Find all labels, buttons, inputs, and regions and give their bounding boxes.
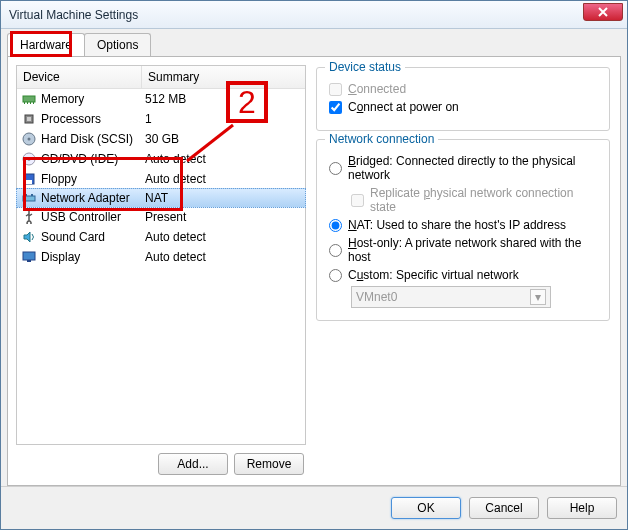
device-name: Hard Disk (SCSI)	[41, 132, 141, 146]
device-summary: Present	[141, 210, 305, 224]
device-list-header: Device Summary	[17, 66, 305, 89]
nat-label: NAT: Used to share the host's IP address	[348, 218, 566, 232]
device-row[interactable]: Network AdapterNAT	[16, 188, 306, 208]
device-row[interactable]: Hard Disk (SCSI)30 GB	[17, 129, 305, 149]
network-connection-title: Network connection	[325, 132, 438, 146]
svg-rect-6	[27, 117, 31, 121]
connect-power-on-label: Connect at power on	[348, 100, 459, 114]
cpu-icon	[21, 112, 37, 126]
bridged-label: Bridged: Connected directly to the physi…	[348, 154, 597, 182]
device-list: Device Summary Memory512 MBProcessors1Ha…	[16, 65, 306, 445]
device-name: Sound Card	[41, 230, 141, 244]
svg-rect-2	[27, 102, 28, 104]
device-row[interactable]: CD/DVD (IDE)Auto detect	[17, 149, 305, 169]
device-summary: 1	[141, 112, 305, 126]
device-row[interactable]: FloppyAuto detect	[17, 169, 305, 189]
dialog-footer: OK Cancel Help	[1, 486, 627, 529]
remove-button[interactable]: Remove	[234, 453, 304, 475]
cd-icon	[21, 152, 37, 166]
replicate-label: Replicate physical network connection st…	[370, 186, 597, 214]
device-name: Processors	[41, 112, 141, 126]
connected-checkbox	[329, 83, 342, 96]
device-summary: Auto detect	[141, 172, 305, 186]
svg-rect-0	[23, 96, 35, 102]
device-name: CD/DVD (IDE)	[41, 152, 141, 166]
help-button[interactable]: Help	[547, 497, 617, 519]
column-header-device[interactable]: Device	[17, 66, 142, 88]
ok-button[interactable]: OK	[391, 497, 461, 519]
svg-rect-3	[30, 102, 31, 104]
cancel-button[interactable]: Cancel	[469, 497, 539, 519]
device-list-buttons: Add... Remove	[16, 445, 306, 477]
svg-rect-15	[31, 194, 33, 196]
host-only-radio[interactable]	[329, 244, 342, 257]
svg-rect-17	[27, 260, 31, 262]
custom-label: Custom: Specific virtual network	[348, 268, 519, 282]
device-status-group: Device status Connected Connect at power…	[316, 67, 610, 131]
device-summary: Auto detect	[141, 250, 305, 264]
custom-network-select: VMnet0 ▾	[351, 286, 551, 308]
svg-rect-14	[25, 194, 27, 196]
svg-rect-4	[33, 102, 34, 104]
device-row[interactable]: DisplayAuto detect	[17, 247, 305, 267]
display-icon	[21, 250, 37, 264]
device-rows: Memory512 MBProcessors1Hard Disk (SCSI)3…	[17, 89, 305, 267]
chevron-down-icon: ▾	[530, 289, 546, 305]
content-area: Device Summary Memory512 MBProcessors1Ha…	[7, 56, 621, 486]
device-summary: 30 GB	[141, 132, 305, 146]
bridged-radio[interactable]	[329, 162, 342, 175]
host-only-label: Host-only: A private network shared with…	[348, 236, 597, 264]
device-name: Network Adapter	[41, 191, 141, 205]
device-name: USB Controller	[41, 210, 141, 224]
usb-icon	[21, 210, 37, 224]
device-name: Memory	[41, 92, 141, 106]
titlebar: Virtual Machine Settings	[1, 1, 627, 29]
svg-point-10	[28, 158, 31, 161]
tab-options[interactable]: Options	[84, 33, 151, 56]
device-row[interactable]: Memory512 MB	[17, 89, 305, 109]
vm-settings-window: Virtual Machine Settings Hardware Option…	[0, 0, 628, 530]
device-name: Display	[41, 250, 141, 264]
device-summary: Auto detect	[141, 230, 305, 244]
memory-icon	[21, 92, 37, 106]
device-summary: 512 MB	[141, 92, 305, 106]
connected-label: Connected	[348, 82, 406, 96]
settings-pane: Device status Connected Connect at power…	[314, 65, 612, 477]
column-header-summary[interactable]: Summary	[142, 66, 305, 88]
connect-power-on-checkbox[interactable]	[329, 101, 342, 114]
device-row[interactable]: Processors1	[17, 109, 305, 129]
svg-point-8	[28, 138, 31, 141]
device-pane: Device Summary Memory512 MBProcessors1Ha…	[16, 65, 306, 477]
window-title: Virtual Machine Settings	[1, 8, 138, 22]
nat-radio[interactable]	[329, 219, 342, 232]
floppy-icon	[21, 172, 37, 186]
svg-rect-13	[23, 196, 35, 201]
svg-rect-16	[23, 252, 35, 260]
tab-strip: Hardware Options	[1, 29, 627, 56]
svg-rect-1	[24, 102, 25, 104]
replicate-checkbox	[351, 194, 364, 207]
close-button[interactable]	[583, 3, 623, 21]
device-row[interactable]: Sound CardAuto detect	[17, 227, 305, 247]
device-name: Floppy	[41, 172, 141, 186]
device-status-title: Device status	[325, 60, 405, 74]
custom-radio[interactable]	[329, 269, 342, 282]
custom-network-value: VMnet0	[356, 290, 397, 304]
network-connection-group: Network connection Bridged: Connected di…	[316, 139, 610, 321]
add-button[interactable]: Add...	[158, 453, 228, 475]
device-summary: Auto detect	[141, 152, 305, 166]
sound-icon	[21, 230, 37, 244]
device-row[interactable]: USB ControllerPresent	[17, 207, 305, 227]
svg-rect-12	[26, 180, 32, 184]
tab-hardware[interactable]: Hardware	[7, 33, 85, 56]
disk-icon	[21, 132, 37, 146]
network-icon	[21, 191, 37, 205]
close-icon	[597, 7, 609, 17]
device-summary: NAT	[141, 191, 305, 205]
